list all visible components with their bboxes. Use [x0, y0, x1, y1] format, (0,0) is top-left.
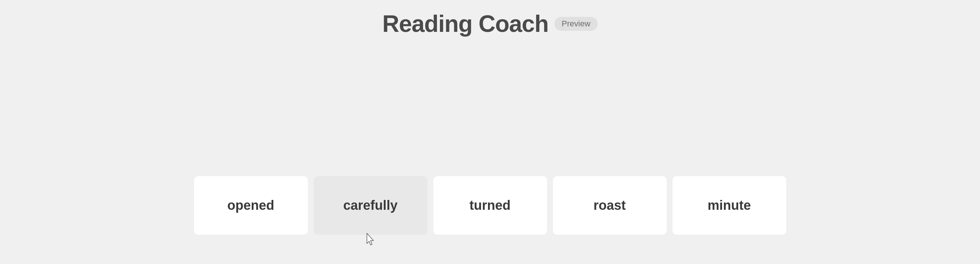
preview-badge: Preview	[554, 17, 598, 31]
page-title: Reading Coach	[382, 10, 549, 37]
word-card-turned[interactable]: turned	[433, 176, 547, 235]
word-text-opened: opened	[227, 198, 274, 213]
word-text-roast: roast	[593, 198, 625, 213]
word-card-carefully[interactable]: carefully	[314, 176, 428, 235]
page-header: Reading Coach Preview	[0, 0, 980, 37]
word-cards-container: opened carefully turned roast minute	[0, 176, 980, 235]
cursor-pointer	[364, 232, 377, 251]
word-text-carefully: carefully	[343, 198, 397, 213]
word-text-minute: minute	[707, 198, 751, 213]
word-card-minute[interactable]: minute	[673, 176, 786, 235]
word-card-opened[interactable]: opened	[194, 176, 308, 235]
word-card-roast[interactable]: roast	[553, 176, 667, 235]
word-text-turned: turned	[469, 198, 511, 213]
